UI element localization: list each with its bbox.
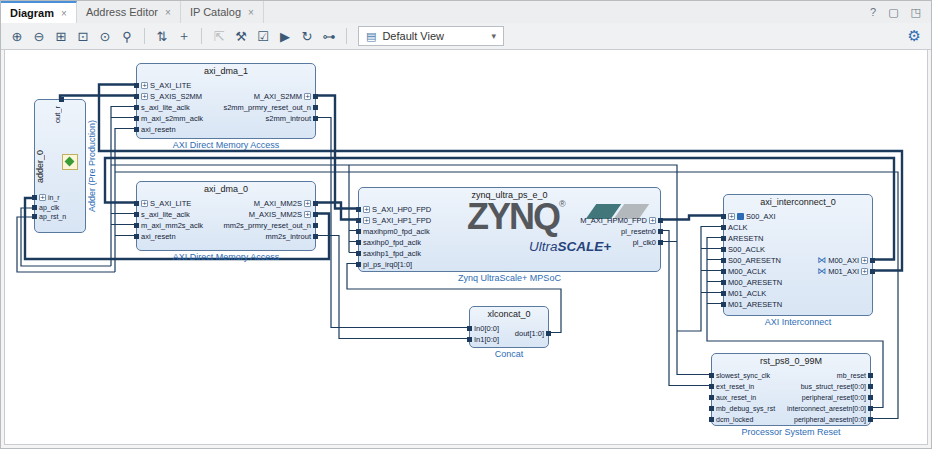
port-slowest-sync-clk[interactable]: slowest_sync_clk <box>715 370 770 381</box>
port-m01-axi[interactable]: +M01_AXI⋈ <box>817 266 869 277</box>
port-mm2s-introut[interactable]: mm2s_introut <box>266 231 312 242</box>
port-s-axi-lite-aclk[interactable]: s_axi_lite_aclk <box>140 209 190 220</box>
port-s-axi-lite[interactable]: +S_AXI_LITE <box>140 80 191 91</box>
expand-icon[interactable]: + <box>363 217 370 224</box>
port-m-axi-s2mm-aclk[interactable]: m_axi_s2mm_aclk <box>140 113 203 124</box>
port-saxihp0-fpd-aclk[interactable]: saxihp0_fpd_aclk <box>362 237 421 248</box>
port-pl-resetn0[interactable]: pl_resetn0 <box>621 226 657 237</box>
zoom-out-button[interactable]: ⊖ <box>29 26 49 46</box>
port-dcm-locked[interactable]: dcm_locked <box>715 414 753 425</box>
add-ip-button[interactable]: ＋ <box>174 26 194 46</box>
port-m01-aresetn[interactable]: M01_ARESETN <box>727 299 782 310</box>
port-ap-rst-n[interactable]: ap_rst_n <box>38 211 66 222</box>
port-aux-reset-in[interactable]: aux_reset_in <box>715 392 756 403</box>
port-s-axi-lite-aclk[interactable]: s_axi_lite_aclk <box>140 102 190 113</box>
port-m00-aclk[interactable]: M00_ACLK <box>727 266 766 277</box>
port-saxihp1-fpd-aclk[interactable]: saxihp1_fpd_aclk <box>362 248 421 259</box>
port-m-axis-mm2s[interactable]: +M_AXIS_MM2S <box>249 209 312 220</box>
port-s00-axi[interactable]: +S00_AXI <box>727 211 776 222</box>
port-out-r[interactable]: out_r <box>53 106 62 123</box>
expand-icon[interactable]: + <box>861 268 868 275</box>
expand-icon[interactable]: + <box>304 93 311 100</box>
port-s00-aclk[interactable]: S00_ACLK <box>727 244 765 255</box>
port-interconnect-aresetn[interactable]: interconnect_aresetn[0:0] <box>787 403 867 414</box>
close-icon[interactable]: × <box>248 7 254 18</box>
expand-icon[interactable]: + <box>39 194 46 201</box>
port-label: slowest_sync_clk <box>716 370 770 381</box>
help-icon[interactable]: ? <box>870 6 876 18</box>
port-s-axi-hp0-fpd[interactable]: +S_AXI_HP0_FPD <box>362 204 431 215</box>
port-peripheral-reset[interactable]: peripheral_reset[0:0] <box>802 392 867 403</box>
settings-gear-icon[interactable]: ⚙ <box>908 27 925 45</box>
block-xlconcat-0[interactable]: xlconcat_0 In0[0:0] In1[0:0] dout[1:0] C… <box>469 306 549 348</box>
port-pl-clk0[interactable]: pl_clk0 <box>633 237 657 248</box>
port-dout[interactable]: dout[1:0] <box>515 328 545 339</box>
zoom-fit-button[interactable]: ⊞ <box>51 26 71 46</box>
port-s2mm-introut[interactable]: s2mm_introut <box>266 113 312 124</box>
port-s-axis-s2mm[interactable]: +S_AXIS_S2MM <box>140 91 202 102</box>
port-mb-debug-sys-rst[interactable]: mb_debug_sys_rst <box>715 403 775 414</box>
port-ext-reset-in[interactable]: ext_reset_in <box>715 381 754 392</box>
show-interface-ports-button[interactable]: ⊶ <box>319 26 339 46</box>
zoom-in-button[interactable]: ⊕ <box>7 26 27 46</box>
expand-icon[interactable]: + <box>363 206 370 213</box>
port-mm2s-prmry-reset-out-n[interactable]: mm2s_prmry_reset_out_n <box>223 220 312 231</box>
port-mb-reset[interactable]: mb_reset <box>837 370 867 381</box>
expand-icon[interactable]: + <box>861 257 868 264</box>
run-connection-automation-button[interactable]: ▶ <box>275 26 295 46</box>
port-in1[interactable]: In1[0:0] <box>473 334 499 345</box>
port-axi-resetn[interactable]: axi_resetn <box>140 124 176 135</box>
view-selector-dropdown[interactable]: ▤ Default View ▾ <box>358 26 504 46</box>
tab-ip-catalog[interactable]: IP Catalog × <box>181 1 264 23</box>
chevron-down-icon: ▾ <box>491 31 496 41</box>
expand-icon[interactable]: + <box>141 200 148 207</box>
port-m-axi-mm2s-aclk[interactable]: m_axi_mm2s_aclk <box>140 220 203 231</box>
port-axi-resetn[interactable]: axi_resetn <box>140 231 176 242</box>
port-m01-aclk[interactable]: M01_ACLK <box>727 288 766 299</box>
pin-icon <box>32 214 37 219</box>
expand-icon[interactable]: + <box>649 217 656 224</box>
block-rst-ps8-0-99m[interactable]: rst_ps8_0_99M slowest_sync_clk ext_reset… <box>711 353 871 426</box>
close-icon[interactable]: × <box>61 8 67 19</box>
port-in0[interactable]: In0[0:0] <box>473 323 499 334</box>
float-icon[interactable]: ▢ <box>888 6 898 19</box>
block-adder-0[interactable]: adder_0 out_r +in_r ap_clk ap_rst_n Adde… <box>34 99 86 233</box>
port-m-axi-hpm0-fpd[interactable]: +M_AXI_HPM0_FPD <box>580 215 657 226</box>
block-axi-dma-1[interactable]: axi_dma_1 +S_AXI_LITE +S_AXIS_S2MM s_axi… <box>136 63 316 139</box>
port-bus-struct-reset[interactable]: bus_struct_reset[0:0] <box>801 381 867 392</box>
port-maxihpm0-fpd-aclk[interactable]: maxihpm0_fpd_aclk <box>362 226 430 237</box>
expand-icon[interactable]: + <box>141 82 148 89</box>
expand-icon[interactable]: + <box>141 93 148 100</box>
make-external-button[interactable]: ⇱ <box>209 26 229 46</box>
tab-address-editor[interactable]: Address Editor × <box>77 1 181 23</box>
tab-diagram[interactable]: Diagram × <box>1 1 77 23</box>
port-s-axi-hp1-fpd[interactable]: +S_AXI_HP1_FPD <box>362 215 431 226</box>
expand-icon[interactable]: + <box>728 213 735 220</box>
port-aresetn[interactable]: ARESETN <box>727 233 763 244</box>
port-m00-aresetn[interactable]: M00_ARESETN <box>727 277 782 288</box>
search-button[interactable]: ⚲ <box>117 26 137 46</box>
block-zynq-ultra-ps-e-0[interactable]: zynq_ultra_ps_e_0 ZYNQ® UltraSCALE+ +S_A… <box>358 187 661 272</box>
port-s00-aresetn[interactable]: S00_ARESETN <box>727 255 781 266</box>
port-label: M00_ACLK <box>728 266 766 277</box>
port-m00-axi[interactable]: +M00_AXI⋈ <box>817 255 869 266</box>
regenerate-layout-button[interactable]: ↻ <box>297 26 317 46</box>
port-peripheral-aresetn[interactable]: peripheral_aresetn[0:0] <box>794 414 867 425</box>
block-axi-interconnect-0[interactable]: axi_interconnect_0 +S00_AXI ACLK ARESETN… <box>723 194 873 316</box>
validate-design-button[interactable]: ☑ <box>253 26 273 46</box>
customize-block-button[interactable]: ⚒ <box>231 26 251 46</box>
expand-icon[interactable]: + <box>304 211 311 218</box>
port-s-axi-lite[interactable]: +S_AXI_LITE <box>140 198 191 209</box>
port-m-axi-s2mm[interactable]: +M_AXI_S2MM <box>254 91 312 102</box>
expand-icon[interactable]: + <box>304 200 311 207</box>
port-aclk[interactable]: ACLK <box>727 222 748 233</box>
port-s2mm-prmry-reset-out-n[interactable]: s2mm_prmry_reset_out_n <box>223 102 312 113</box>
zoom-to-selection-button[interactable]: ⊡ <box>73 26 93 46</box>
close-icon[interactable]: × <box>165 7 171 18</box>
maximize-icon[interactable]: ◳ <box>911 6 921 19</box>
fit-selection-button[interactable]: ⊙ <box>95 26 115 46</box>
port-m-axi-mm2s[interactable]: +M_AXI_MM2S <box>254 198 312 209</box>
port-pl-ps-irq0[interactable]: pl_ps_irq0[1:0] <box>362 259 412 270</box>
expand-collapse-button[interactable]: ⇅ <box>152 26 172 46</box>
block-axi-dma-0[interactable]: axi_dma_0 +S_AXI_LITE s_axi_lite_aclk m_… <box>136 181 316 251</box>
